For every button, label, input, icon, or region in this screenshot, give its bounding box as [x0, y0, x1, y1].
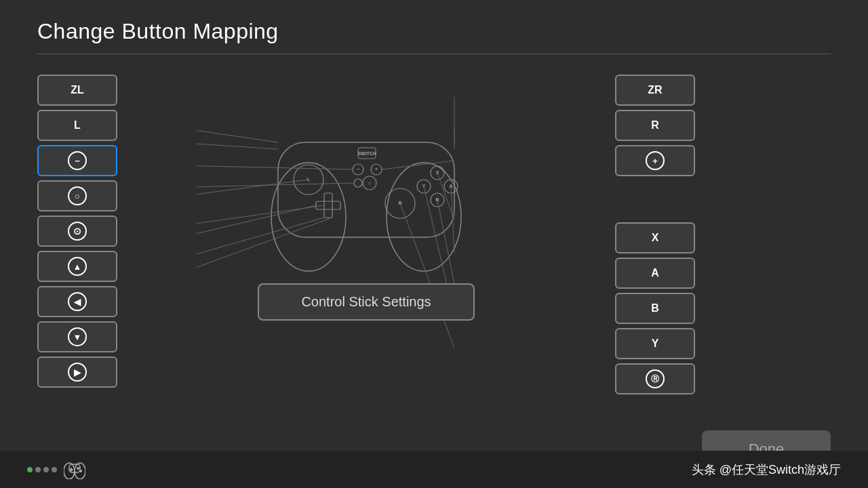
controller-lines-svg: L R X A B Y − + ⌂	[197, 75, 536, 386]
svg-rect-8	[316, 201, 340, 209]
btn-R[interactable]: R	[615, 110, 695, 141]
btn-ZL[interactable]: ZL	[37, 75, 117, 106]
svg-line-37	[382, 161, 454, 169]
btn-X[interactable]: X	[615, 222, 695, 253]
btn-R-stick[interactable]: Ⓡ	[615, 363, 695, 394]
svg-text:R: R	[398, 201, 401, 205]
capture-icon: ○	[68, 186, 87, 205]
btn-right[interactable]: ▶	[37, 357, 117, 388]
svg-point-1	[387, 163, 461, 271]
btn-plus[interactable]: +	[615, 145, 695, 176]
page-header: Change Button Mapping	[0, 0, 868, 44]
up-icon: ▲	[68, 257, 87, 276]
svg-text:SWITCH: SWITCH	[357, 151, 376, 156]
page-title: Change Button Mapping	[37, 19, 831, 44]
control-stick-settings-button[interactable]: Control Stick Settings	[258, 283, 475, 321]
done-area: Done	[695, 68, 831, 474]
btn-A[interactable]: A	[615, 258, 695, 289]
svg-rect-7	[324, 193, 332, 218]
screenshot-icon: ⊙	[68, 222, 87, 241]
minus-icon: −	[68, 151, 87, 170]
btn-down[interactable]: ▼	[37, 321, 117, 352]
svg-point-23	[354, 179, 362, 187]
btn-screenshot[interactable]: ⊙	[37, 216, 117, 247]
svg-line-27	[197, 129, 278, 149]
bottom-bar: 头条 @任天堂Switch游戏厅	[0, 451, 868, 488]
svg-line-26	[197, 97, 278, 142]
svg-text:+: +	[375, 167, 378, 171]
btn-left[interactable]: ◀	[37, 286, 117, 317]
btn-Y[interactable]: Y	[615, 328, 695, 359]
dot-1	[27, 467, 33, 472]
main-content: ZL L − ○ ⊙ ▲	[0, 54, 868, 474]
controller-area: L R X A B Y − + ⌂	[117, 75, 615, 474]
btn-ZR[interactable]: ZR	[615, 75, 695, 106]
right-spacer	[615, 180, 695, 218]
right-button-column: ZR R + X A B Y Ⓡ	[615, 75, 695, 474]
btn-B[interactable]: B	[615, 293, 695, 324]
left-icon: ◀	[68, 292, 87, 311]
btn-L[interactable]: L	[37, 110, 117, 141]
btn-up[interactable]: ▲	[37, 251, 117, 282]
left-button-column: ZL L − ○ ⊙ ▲	[37, 75, 117, 474]
svg-line-28	[197, 161, 353, 169]
svg-text:L: L	[307, 177, 311, 182]
btn-minus[interactable]: −	[37, 145, 117, 176]
svg-text:⌂: ⌂	[368, 180, 371, 185]
svg-text:−: −	[357, 167, 359, 171]
down-icon: ▼	[68, 327, 87, 346]
btn-capture[interactable]: ○	[37, 180, 117, 211]
plus-icon: +	[646, 151, 665, 170]
right-icon: ▶	[68, 363, 87, 382]
watermark: 头条 @任天堂Switch游戏厅	[692, 462, 841, 478]
R-stick-icon: Ⓡ	[646, 369, 665, 388]
